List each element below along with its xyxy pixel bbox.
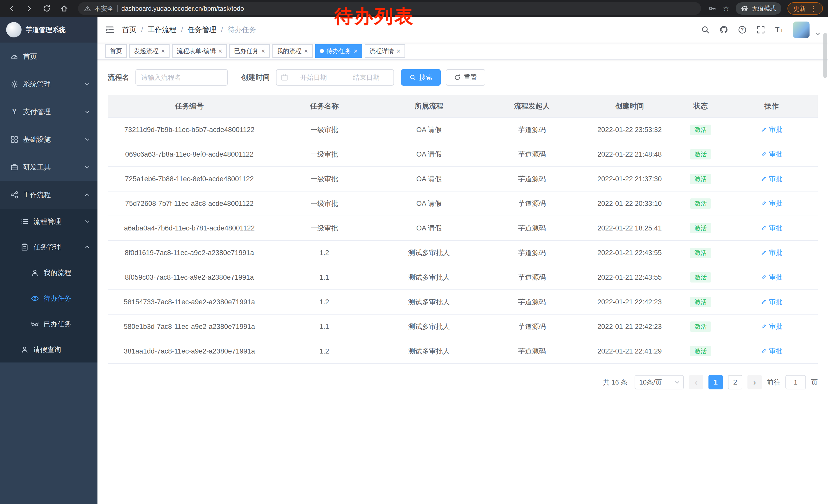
search-button[interactable]: 搜索 bbox=[401, 69, 441, 86]
reload-button[interactable] bbox=[40, 2, 53, 15]
tab-home[interactable]: 首页 bbox=[105, 44, 127, 58]
approve-link[interactable]: 审批 bbox=[761, 174, 782, 183]
approve-link[interactable]: 审批 bbox=[761, 273, 782, 282]
cell-status: 激活 bbox=[676, 314, 726, 339]
approve-label: 审批 bbox=[769, 125, 782, 134]
approve-label: 审批 bbox=[769, 224, 782, 232]
close-icon[interactable]: × bbox=[261, 48, 265, 54]
page-button-1[interactable]: 1 bbox=[708, 375, 723, 390]
pen-icon bbox=[761, 126, 767, 133]
close-icon[interactable]: × bbox=[354, 48, 358, 54]
sidebar-collapse-button[interactable] bbox=[97, 17, 122, 43]
breadcrumb-home[interactable]: 首页 bbox=[122, 25, 136, 35]
font-size-icon[interactable]: TT bbox=[775, 25, 784, 34]
search-icon[interactable] bbox=[701, 25, 710, 34]
approve-label: 审批 bbox=[769, 347, 782, 356]
cell-starter: 芋道源码 bbox=[481, 290, 583, 314]
page-button-2[interactable]: 2 bbox=[728, 375, 742, 390]
sidebar-item-workflow[interactable]: 工作流程 bbox=[0, 181, 97, 209]
status-badge: 激活 bbox=[690, 174, 711, 184]
page-scrollbar[interactable] bbox=[823, 33, 827, 78]
approve-link[interactable]: 审批 bbox=[761, 224, 782, 232]
sidebar-menu: 首页 系统管理 ¥ 支付管理 基础设施 研发工具 bbox=[0, 43, 97, 363]
reset-button[interactable]: 重置 bbox=[446, 69, 485, 86]
sidebar-item-todo-tasks[interactable]: 待办任务 bbox=[0, 286, 97, 311]
approve-link[interactable]: 审批 bbox=[761, 150, 782, 159]
next-page-button[interactable]: › bbox=[747, 375, 762, 390]
status-badge: 激活 bbox=[690, 198, 711, 209]
prev-page-button[interactable]: ‹ bbox=[689, 375, 703, 390]
fullscreen-icon[interactable] bbox=[756, 25, 765, 34]
approve-label: 审批 bbox=[769, 322, 782, 331]
sidebar-item-devtools[interactable]: 研发工具 bbox=[0, 153, 97, 181]
back-icon bbox=[8, 4, 16, 12]
cell-action: 审批 bbox=[726, 216, 818, 240]
close-icon[interactable]: × bbox=[218, 48, 222, 54]
sidebar-item-home[interactable]: 首页 bbox=[0, 43, 97, 70]
goto-page-input[interactable] bbox=[785, 375, 806, 390]
help-icon[interactable]: ? bbox=[738, 25, 747, 34]
sidebar-item-my-process[interactable]: 我的流程 bbox=[0, 260, 97, 286]
cell-create-time: 2022-01-22 18:25:41 bbox=[584, 216, 676, 240]
approve-link[interactable]: 审批 bbox=[761, 248, 782, 257]
sidebar-item-infrastructure[interactable]: 基础设施 bbox=[0, 126, 97, 153]
cell-starter: 芋道源码 bbox=[481, 240, 583, 265]
github-icon[interactable] bbox=[719, 25, 729, 34]
header-actions: 操作 bbox=[726, 95, 818, 118]
cell-task-name: 1.2 bbox=[271, 240, 378, 265]
bookmark-star-icon[interactable]: ☆ bbox=[722, 5, 730, 12]
home-button[interactable] bbox=[57, 2, 71, 15]
chrome-update-button[interactable]: 更新 ⋮ bbox=[787, 2, 823, 15]
home-icon bbox=[60, 4, 68, 12]
goto-label: 前往 bbox=[767, 378, 780, 387]
pagination: 共 16 条 10条/页 ‹ 1 2 › 前往 页 bbox=[108, 375, 818, 390]
approve-link[interactable]: 审批 bbox=[761, 297, 782, 306]
approve-link[interactable]: 审批 bbox=[761, 125, 782, 134]
filter-bar: 流程名 创建时间 开始日期 - 结束日期 搜索 重置 bbox=[108, 69, 818, 86]
approve-label: 审批 bbox=[769, 174, 782, 183]
forward-button[interactable] bbox=[23, 2, 36, 15]
avatar[interactable] bbox=[793, 21, 810, 38]
close-icon[interactable]: × bbox=[161, 48, 165, 54]
create-time-range-picker[interactable]: 开始日期 - 结束日期 bbox=[276, 69, 394, 86]
end-date-placeholder: 结束日期 bbox=[343, 73, 389, 82]
sidebar-logo[interactable]: 芋道管理系统 bbox=[0, 17, 97, 43]
cell-process: OA 请假 bbox=[378, 167, 481, 191]
tab-process-form-edit[interactable]: 流程表单-编辑 × bbox=[172, 44, 227, 58]
approve-label: 审批 bbox=[769, 273, 782, 282]
sidebar-item-system[interactable]: 系统管理 bbox=[0, 70, 97, 98]
approve-link[interactable]: 审批 bbox=[761, 347, 782, 356]
chevron-down-icon bbox=[84, 218, 90, 225]
tab-todo-tasks[interactable]: 待办任务 × bbox=[315, 44, 362, 58]
table-header-row: 任务编号 任务名称 所属流程 流程发起人 创建时间 状态 操作 bbox=[108, 95, 818, 118]
sidebar-item-task-management[interactable]: 任务管理 bbox=[0, 234, 97, 260]
approve-link[interactable]: 审批 bbox=[761, 199, 782, 208]
sidebar-item-done-tasks[interactable]: 已办任务 bbox=[0, 311, 97, 337]
cell-task-name: 1.2 bbox=[271, 339, 378, 364]
back-button[interactable] bbox=[5, 2, 18, 15]
approve-link[interactable]: 审批 bbox=[761, 322, 782, 331]
sidebar-item-payment[interactable]: ¥ 支付管理 bbox=[0, 98, 97, 126]
person-icon bbox=[20, 346, 29, 354]
cell-process: 测试多审批人 bbox=[378, 240, 481, 265]
person-icon bbox=[31, 269, 39, 277]
tab-start-process[interactable]: 发起流程 × bbox=[129, 44, 170, 58]
more-menu-icon[interactable]: ⋮ bbox=[810, 4, 817, 13]
pen-icon bbox=[761, 200, 767, 207]
sidebar-item-leave-query[interactable]: 请假查询 bbox=[0, 337, 97, 363]
breadcrumb-workflow[interactable]: 工作流程 bbox=[148, 25, 176, 35]
logo-image bbox=[6, 22, 22, 37]
close-icon[interactable]: × bbox=[304, 48, 308, 54]
tab-process-detail[interactable]: 流程详情 × bbox=[365, 44, 405, 58]
page-size-select[interactable]: 10条/页 bbox=[634, 375, 684, 390]
tab-done-tasks[interactable]: 已办任务 × bbox=[229, 44, 270, 58]
sidebar: 芋道管理系统 首页 系统管理 ¥ 支付管理 基础设施 bbox=[0, 17, 97, 504]
breadcrumb-task-management[interactable]: 任务管理 bbox=[188, 25, 216, 35]
close-icon[interactable]: × bbox=[397, 48, 401, 54]
reload-icon bbox=[43, 4, 51, 12]
sidebar-item-process-management[interactable]: 流程管理 bbox=[0, 209, 97, 234]
process-name-input[interactable] bbox=[135, 69, 228, 86]
pen-icon bbox=[761, 176, 767, 182]
tab-my-process[interactable]: 我的流程 × bbox=[273, 44, 313, 58]
password-key-icon[interactable] bbox=[708, 4, 716, 12]
